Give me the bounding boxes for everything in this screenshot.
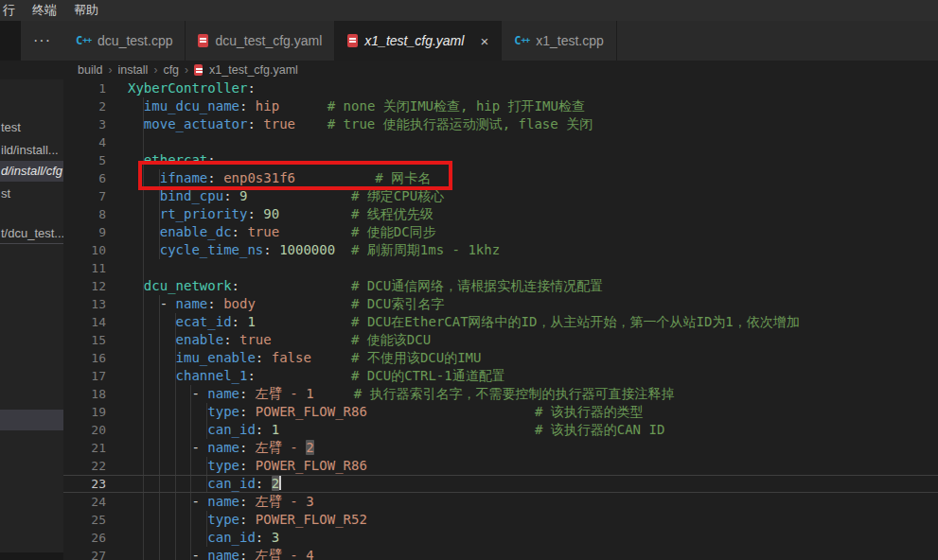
code-line[interactable]: 5ethercat: bbox=[63, 151, 938, 169]
indent-guide bbox=[128, 187, 160, 205]
editor[interactable]: 1XyberController:2imu_dcu_name: hip # no… bbox=[63, 79, 938, 560]
line-number[interactable]: 11 bbox=[63, 259, 106, 277]
line-number[interactable]: 24 bbox=[63, 493, 106, 511]
code-line[interactable]: 23can_id: 2 bbox=[63, 475, 938, 493]
code-token: POWER_FLOW_R52 bbox=[256, 512, 367, 527]
code-line[interactable]: 18- name: 左臂 - 1 # 执行器索引名字，不需要控制的执行器可直接注… bbox=[63, 385, 938, 403]
tab-x1-test-cpp[interactable]: C++x1_test.cpp bbox=[502, 21, 617, 61]
menu-item-[interactable]: 行 bbox=[0, 0, 24, 21]
code-line[interactable]: 12dcu_network: # DCU通信网络，请根据实机连接情况配置 bbox=[63, 277, 938, 295]
code-line[interactable]: 3move_actuator: true # true 使能执行器运动测试, f… bbox=[63, 115, 938, 133]
code-line[interactable]: 25type: POWER_FLOW_R52 bbox=[63, 511, 938, 529]
line-number[interactable]: 14 bbox=[63, 313, 106, 331]
breadcrumb-item-build[interactable]: build bbox=[76, 63, 104, 77]
code-line[interactable]: 2imu_dcu_name: hip # none 关闭IMU检查, hip 打… bbox=[63, 97, 938, 115]
menu-item-[interactable]: 帮助 bbox=[65, 0, 107, 21]
code-line[interactable]: 8rt_priority: 90 # 线程优先级 bbox=[63, 205, 938, 223]
line-number[interactable]: 21 bbox=[63, 439, 106, 457]
indent-guide bbox=[128, 457, 207, 475]
code-token: name bbox=[207, 386, 239, 401]
code-token: XyberController bbox=[128, 80, 247, 96]
sidebar-item[interactable]: st bbox=[0, 184, 63, 204]
code-token: # 刷新周期1ms - 1khz bbox=[351, 242, 500, 257]
code-token: dcu_network bbox=[144, 278, 232, 293]
code-line[interactable]: 6ifname: enp0s31f6 # 网卡名 bbox=[63, 169, 938, 187]
code-token: channel_1 bbox=[176, 368, 248, 383]
code-line[interactable]: 24- name: 左臂 - 3 bbox=[63, 493, 938, 511]
breadcrumb-item-install[interactable]: install bbox=[115, 63, 150, 77]
indent-guide bbox=[128, 511, 207, 529]
line-number[interactable]: 1 bbox=[63, 79, 106, 97]
code-line[interactable]: 15enable: true # 使能该DCU bbox=[63, 331, 938, 349]
line-number[interactable]: 13 bbox=[63, 295, 106, 313]
tab-x1-test-cfg-yaml[interactable]: x1_test_cfg.yaml× bbox=[335, 21, 502, 61]
code-token bbox=[295, 116, 327, 131]
indent-guide bbox=[128, 259, 144, 277]
line-number[interactable]: 27 bbox=[63, 547, 106, 560]
code-line[interactable]: 13- name: body # DCU索引名字 bbox=[63, 295, 938, 313]
line-number[interactable]: 10 bbox=[63, 241, 106, 259]
code-line[interactable]: 20can_id: 1 # 该执行器的CAN ID bbox=[63, 421, 938, 439]
line-number[interactable]: 8 bbox=[63, 205, 106, 223]
sidebar-item[interactable]: test bbox=[0, 117, 63, 138]
tab-dcu-test-cfg-yaml[interactable]: dcu_test_cfg.yaml bbox=[186, 21, 335, 61]
sidebar-item[interactable]: ild/install... bbox=[0, 140, 63, 161]
code-token: : bbox=[223, 188, 239, 203]
code-content: imu_enable: false # 不使用该DCU的IMU bbox=[106, 349, 481, 367]
code-token: type bbox=[207, 512, 239, 527]
line-number[interactable]: 7 bbox=[63, 187, 106, 205]
line-number[interactable]: 19 bbox=[63, 403, 106, 421]
line-number[interactable]: 23 bbox=[63, 476, 106, 492]
indent-guide bbox=[128, 385, 191, 403]
code-token: 左臂 - 3 bbox=[256, 494, 314, 509]
code-line[interactable]: 26can_id: 3 bbox=[63, 529, 938, 547]
code-line[interactable]: 27- name: 左臂 - 4 bbox=[63, 547, 938, 560]
code-token: - bbox=[191, 386, 207, 401]
code-line[interactable]: 14ecat_id: 1 # DCU在EtherCAT网络中的ID，从主站开始，… bbox=[63, 313, 938, 331]
line-number[interactable]: 6 bbox=[63, 169, 106, 187]
code-line[interactable]: 11 bbox=[63, 259, 938, 277]
line-number[interactable]: 4 bbox=[63, 133, 106, 151]
code-token: - bbox=[160, 296, 176, 311]
sidebar-item[interactable]: d/install/cfg bbox=[0, 161, 63, 182]
breadcrumb-item-file[interactable]: x1_test_cfg.yaml bbox=[207, 63, 300, 77]
line-number[interactable]: 15 bbox=[63, 331, 106, 349]
code-line[interactable]: 7bind_cpu: 9 # 绑定CPU核心 bbox=[63, 187, 938, 205]
line-number[interactable]: 3 bbox=[63, 115, 106, 133]
line-number[interactable]: 5 bbox=[63, 151, 106, 169]
indent-guide bbox=[128, 223, 160, 241]
code-content: can_id: 3 bbox=[106, 529, 279, 547]
sidebar-bottom-panel bbox=[0, 552, 63, 560]
code-line[interactable]: 19type: POWER_FLOW_R86 # 该执行器的类型 bbox=[63, 403, 938, 421]
line-number[interactable]: 9 bbox=[63, 223, 106, 241]
line-number[interactable]: 17 bbox=[63, 367, 106, 385]
sidebar-item[interactable] bbox=[0, 410, 63, 430]
line-number[interactable]: 25 bbox=[63, 511, 106, 529]
code-line[interactable]: 10cycle_time_ns: 1000000 # 刷新周期1ms - 1kh… bbox=[63, 241, 938, 259]
code-line[interactable]: 1XyberController: bbox=[63, 79, 938, 97]
code-line[interactable]: 21- name: 左臂 - 2 bbox=[63, 439, 938, 457]
line-number[interactable]: 18 bbox=[63, 385, 106, 403]
line-number[interactable]: 2 bbox=[63, 97, 106, 115]
line-number[interactable]: 22 bbox=[63, 457, 106, 475]
code-token: # 网卡名 bbox=[375, 170, 431, 185]
line-number[interactable]: 26 bbox=[63, 529, 106, 547]
code-line[interactable]: 9enable_dc: true # 使能DC同步 bbox=[63, 223, 938, 241]
breadcrumb-item-cfg[interactable]: cfg bbox=[161, 63, 181, 77]
line-number[interactable]: 12 bbox=[63, 277, 106, 295]
menu-item-[interactable]: 终端 bbox=[24, 0, 65, 21]
code-line[interactable]: 17channel_1: # DCU的CTRL-1通道配置 bbox=[63, 367, 938, 385]
more-actions-button[interactable]: ··· bbox=[21, 21, 63, 61]
code-line[interactable]: 22type: POWER_FLOW_R86 bbox=[63, 457, 938, 475]
tab-dcu-test-cpp[interactable]: C++dcu_test.cpp bbox=[63, 21, 186, 61]
line-number[interactable]: 16 bbox=[63, 349, 106, 367]
indent-guide bbox=[128, 421, 207, 439]
close-icon[interactable]: × bbox=[480, 34, 488, 48]
code-line[interactable]: 4 bbox=[63, 133, 938, 151]
sidebar-item[interactable]: t/dcu_test... bbox=[0, 223, 63, 244]
line-number[interactable]: 20 bbox=[63, 421, 106, 439]
code-token: imu_dcu_name bbox=[144, 98, 239, 114]
yaml-file-icon bbox=[194, 64, 203, 76]
code-token bbox=[279, 98, 327, 114]
code-line[interactable]: 16imu_enable: false # 不使用该DCU的IMU bbox=[63, 349, 938, 367]
